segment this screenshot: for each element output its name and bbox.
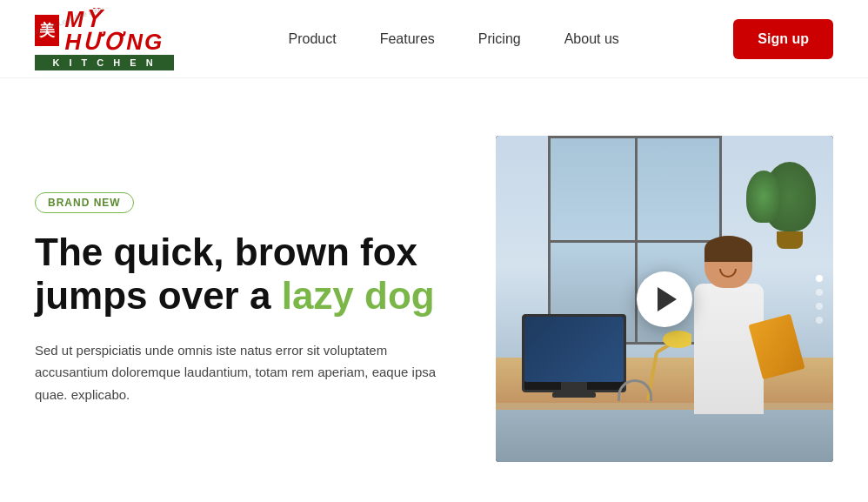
carousel-dot-2[interactable]: [816, 289, 823, 296]
hero-title: The quick, brown fox jumps over a lazy d…: [35, 231, 461, 318]
logo-text: MỸ HƯƠNG: [64, 8, 174, 53]
plant: [764, 162, 816, 249]
signup-button[interactable]: Sign up: [733, 19, 833, 59]
carousel-dot-4[interactable]: [816, 317, 823, 324]
hero-left: BRAND NEW The quick, brown fox jumps ove…: [35, 192, 461, 406]
carousel-dot-1[interactable]: [816, 275, 823, 282]
hero-title-line2-normal: jumps over a: [35, 274, 282, 317]
nav-about[interactable]: About us: [564, 31, 619, 47]
carousel-dots: [816, 275, 823, 324]
hero-title-line1: The quick, brown fox: [35, 231, 417, 273]
brand-new-badge: BRAND NEW: [35, 192, 134, 213]
logo: 美 MỸ HƯƠNG K I T C H E N: [35, 8, 174, 70]
hero-title-highlight: lazy dog: [282, 274, 435, 317]
header: 美 MỸ HƯƠNG K I T C H E N Product Feature…: [0, 0, 868, 78]
video-placeholder: [496, 136, 833, 462]
logo-subtitle: K I T C H E N: [35, 55, 174, 70]
nav-features[interactable]: Features: [380, 31, 435, 47]
carousel-dot-3[interactable]: [816, 303, 823, 310]
play-button[interactable]: [637, 271, 692, 327]
nav-product[interactable]: Product: [289, 31, 337, 47]
hero-description: Sed ut perspiciatis unde omnis iste natu…: [35, 339, 461, 406]
monitor: [522, 314, 626, 392]
nav: Product Features Pricing About us: [289, 31, 619, 47]
nav-pricing[interactable]: Pricing: [478, 31, 521, 47]
hero-video: [496, 136, 833, 462]
hero-section: BRAND NEW The quick, brown fox jumps ove…: [0, 78, 868, 502]
play-triangle-icon: [658, 287, 677, 311]
logo-icon: 美: [35, 15, 59, 46]
person: [694, 284, 764, 414]
